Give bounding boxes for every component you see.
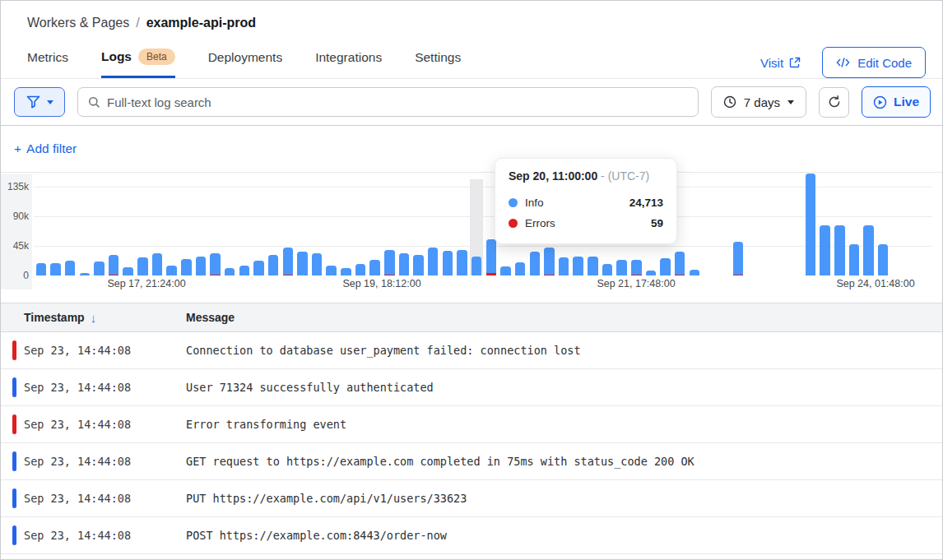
header-actions: Visit Edit Code xyxy=(760,47,926,78)
chart-bar[interactable] xyxy=(283,248,294,275)
chart-bar[interactable] xyxy=(166,266,177,275)
chart-bar[interactable] xyxy=(109,255,119,275)
search-icon xyxy=(88,96,100,109)
chart-bar[interactable] xyxy=(660,258,671,275)
search-input[interactable] xyxy=(107,95,688,109)
chart-bar[interactable] xyxy=(631,260,642,275)
chart-bar-errors xyxy=(675,275,685,276)
chart-bar[interactable] xyxy=(80,273,91,275)
chart-bar[interactable] xyxy=(820,225,830,275)
chart-bar[interactable] xyxy=(428,248,439,275)
chart-bar[interactable] xyxy=(210,253,221,275)
log-timestamp: Sep 23, 14:44:08 xyxy=(1,529,163,542)
chart-bar[interactable] xyxy=(690,270,700,275)
tooltip-row-info: Info 24,713 xyxy=(509,192,663,213)
chart-bar[interactable] xyxy=(559,257,569,275)
log-row[interactable]: Sep 23, 14:44:08POST https://example.com… xyxy=(1,517,942,554)
edit-code-button[interactable]: Edit Code xyxy=(822,47,926,78)
chart-bar[interactable] xyxy=(65,261,76,275)
chart-bar[interactable] xyxy=(602,264,613,275)
refresh-button[interactable] xyxy=(819,87,849,118)
chart-bar[interactable] xyxy=(413,255,424,275)
chart-bar[interactable] xyxy=(399,253,410,275)
chart-bar[interactable] xyxy=(297,252,308,275)
chart-bar[interactable] xyxy=(806,174,816,275)
errors-dot-icon xyxy=(509,219,518,228)
log-message: PUT https://example.com/api/v1/users/336… xyxy=(163,492,467,505)
chart-bar[interactable] xyxy=(123,267,133,275)
log-message: POST https://example.com:8443/order-now xyxy=(163,529,447,542)
chart-bar[interactable] xyxy=(94,261,105,275)
log-row[interactable]: Sep 23, 14:44:08User 71324 successfully … xyxy=(1,369,942,406)
chart-bar[interactable] xyxy=(152,253,163,275)
chart-bar[interactable] xyxy=(369,260,380,275)
log-message: GET request to https://example.com compl… xyxy=(163,455,694,468)
y-axis-tick: 0 xyxy=(1,270,29,281)
chart-bar[interactable] xyxy=(239,266,250,275)
chart-bar[interactable] xyxy=(384,250,395,275)
chart-bar[interactable] xyxy=(616,260,627,275)
log-row[interactable]: Sep 23, 14:44:08Error transforming event xyxy=(1,406,942,443)
chart-bar[interactable] xyxy=(878,244,889,275)
chart-bar[interactable] xyxy=(36,263,47,275)
column-header-timestamp[interactable]: Timestamp ↓ xyxy=(1,311,163,325)
chart-bar[interactable] xyxy=(515,262,526,275)
table-body: Sep 23, 14:44:08Connection to database u… xyxy=(1,332,942,554)
search-box[interactable] xyxy=(77,87,699,117)
chart-bar[interactable] xyxy=(312,253,323,275)
chart-bar[interactable] xyxy=(443,251,453,275)
log-row[interactable]: Sep 23, 14:44:08GET request to https://e… xyxy=(1,443,942,480)
log-message: Error transforming event xyxy=(163,418,346,431)
chart-bar[interactable] xyxy=(573,257,583,275)
chart-bar-errors xyxy=(283,275,294,276)
time-range-dropdown[interactable]: 7 days xyxy=(711,86,806,118)
chart-bar[interactable] xyxy=(500,266,511,275)
chart-bar[interactable] xyxy=(225,268,235,275)
log-row[interactable]: Sep 23, 14:44:08Connection to database u… xyxy=(1,332,942,369)
filter-dropdown-button[interactable] xyxy=(14,87,65,117)
tab-deployments[interactable]: Deployments xyxy=(208,50,282,78)
chart-bar[interactable] xyxy=(181,259,192,275)
y-axis-tick: 90k xyxy=(1,211,29,222)
chart-bar[interactable] xyxy=(268,255,279,275)
chart-bar[interactable] xyxy=(196,257,207,275)
log-row[interactable]: Sep 23, 14:44:08PUT https://example.com/… xyxy=(1,480,942,517)
chart-bar[interactable] xyxy=(733,242,744,275)
clock-icon xyxy=(723,95,736,109)
chart-bar[interactable] xyxy=(486,239,497,275)
chart-bar[interactable] xyxy=(544,248,555,275)
chart-bar[interactable] xyxy=(341,268,351,275)
tab-logs[interactable]: Logs Beta xyxy=(101,49,175,78)
chart-bar[interactable] xyxy=(355,264,366,275)
x-axis-tick: Sep 24, 01:48:00 xyxy=(836,278,914,289)
chart-bar[interactable] xyxy=(530,252,541,275)
chart-bar[interactable] xyxy=(253,261,264,275)
log-table: Timestamp ↓ Message Sep 23, 14:44:08Conn… xyxy=(1,303,942,554)
chart-bar[interactable] xyxy=(646,271,657,275)
chart-bar[interactable] xyxy=(588,257,598,275)
chart-bar[interactable] xyxy=(863,225,874,275)
chart-bar[interactable] xyxy=(675,252,685,275)
tab-metrics[interactable]: Metrics xyxy=(27,50,68,78)
tab-integrations[interactable]: Integrations xyxy=(315,50,382,78)
visit-link[interactable]: Visit xyxy=(760,56,801,70)
chevron-down-icon xyxy=(47,100,53,104)
live-button[interactable]: Live xyxy=(862,86,931,118)
tooltip-row-errors: Errors 59 xyxy=(509,213,663,234)
chart-bar[interactable] xyxy=(457,250,467,275)
page-header: Workers & Pages / example-api-prod Metri… xyxy=(1,1,942,79)
add-filter-button[interactable]: + Add filter xyxy=(14,141,77,156)
info-level-indicator xyxy=(12,525,16,545)
chart-bar[interactable] xyxy=(137,257,148,275)
error-level-indicator xyxy=(12,340,16,360)
tab-settings[interactable]: Settings xyxy=(415,50,461,78)
chart-bar[interactable] xyxy=(326,266,337,275)
chart-bar[interactable] xyxy=(472,257,482,275)
column-header-message: Message xyxy=(163,311,235,324)
chart-bar[interactable] xyxy=(849,244,860,275)
chart-bar[interactable] xyxy=(834,225,845,275)
breadcrumb-section[interactable]: Workers & Pages xyxy=(27,16,129,30)
sort-descending-icon[interactable]: ↓ xyxy=(91,311,97,325)
chart-bar-errors xyxy=(210,275,221,276)
chart-bar[interactable] xyxy=(50,263,61,275)
